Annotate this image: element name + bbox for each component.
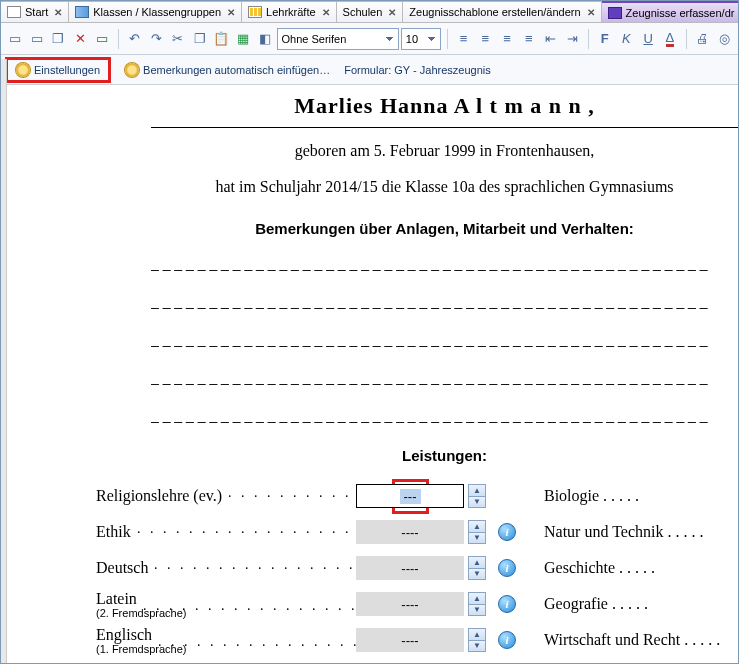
print-icon[interactable]: 🖨 (693, 28, 713, 50)
subject-name: Latein (96, 590, 137, 607)
spin-up-icon[interactable]: ▲ (469, 593, 485, 604)
bold-icon[interactable]: F (595, 28, 615, 50)
spin-up-icon[interactable]: ▲ (469, 557, 485, 568)
paste-icon[interactable]: 📋 (211, 28, 231, 50)
open-icon[interactable]: ▭ (27, 28, 47, 50)
tab[interactable]: Lehrkräfte✕ (242, 1, 337, 22)
grade-spinner[interactable]: ▲▼ (468, 628, 486, 652)
subject-right: Geschichte . . . . . (544, 559, 738, 577)
grade-spinner[interactable]: ▲▼ (468, 592, 486, 616)
redo-icon[interactable]: ↷ (146, 28, 166, 50)
spin-down-icon[interactable]: ▼ (469, 532, 485, 544)
dash-row: _ _ _ _ _ _ _ _ _ _ _ _ _ _ _ _ _ _ _ _ … (151, 369, 738, 385)
subject-name: Englisch (96, 626, 152, 643)
close-icon[interactable]: ✕ (54, 7, 62, 18)
undo-icon[interactable]: ↶ (124, 28, 144, 50)
close-icon[interactable]: ✕ (227, 7, 235, 18)
grade-spinner[interactable]: ▲▼ (468, 484, 486, 508)
copy-page-icon[interactable]: ❐ (48, 28, 68, 50)
tab[interactable]: Zeugnisse erfassen/dr✕ (602, 1, 738, 22)
info-icon[interactable]: i (498, 523, 516, 541)
tab-label: Klassen / Klassengruppen (93, 6, 221, 18)
font-size-select[interactable]: 10 (401, 28, 441, 50)
einstellungen-label: Einstellungen (34, 64, 100, 76)
spin-down-icon[interactable]: ▼ (469, 640, 485, 652)
schoolyear-line: hat im Schuljahr 2014/15 die Klasse 10a … (151, 178, 738, 196)
tab-label: Zeugnisse erfassen/dr (626, 7, 735, 19)
grade-cell[interactable]: ---- (356, 556, 464, 580)
tab[interactable]: Start✕ (1, 1, 69, 22)
spin-down-icon[interactable]: ▼ (469, 604, 485, 616)
grade-spinner[interactable]: ▲▼ (468, 520, 486, 544)
copy-icon[interactable]: ❐ (190, 28, 210, 50)
dash-row: _ _ _ _ _ _ _ _ _ _ _ _ _ _ _ _ _ _ _ _ … (151, 407, 738, 423)
subject-name: Religionslehre (ev.) (96, 487, 222, 504)
delete-icon[interactable]: ✕ (70, 28, 90, 50)
left-gutter (1, 59, 7, 663)
close-icon[interactable]: ✕ (388, 7, 396, 18)
tab-label: Schulen (343, 6, 383, 18)
save-icon[interactable]: ▭ (92, 28, 112, 50)
grade-cell[interactable]: ---- (356, 592, 464, 616)
spin-up-icon[interactable]: ▲ (469, 521, 485, 532)
einstellungen-button[interactable]: Einstellungen (10, 61, 106, 79)
tab[interactable]: Klassen / Klassengruppen✕ (69, 1, 242, 22)
tab-label: Zeugnisschablone erstellen/ändern (409, 6, 580, 18)
grade-row: Religionslehre (ev.). . . . . . . . . . … (96, 478, 738, 514)
leader-dots: . . . . . . . . . . . (228, 485, 365, 501)
bemerkungen-label: Bemerkungen automatisch einfügen… (143, 64, 330, 76)
indent-right-icon[interactable]: ⇥ (562, 28, 582, 50)
tab[interactable]: Zeugnisschablone erstellen/ändern✕ (403, 1, 601, 22)
grade-cell[interactable]: ---- (356, 628, 464, 652)
anchor-icon[interactable]: ◧ (255, 28, 275, 50)
preview-icon[interactable]: ◎ (714, 28, 734, 50)
subject-right: Geografie . . . . . (544, 595, 738, 613)
leader-dots: . . . . . (599, 487, 639, 504)
separator (447, 29, 448, 49)
tab-icon (7, 6, 21, 18)
spin-down-icon[interactable]: ▼ (469, 568, 485, 580)
underline-icon[interactable]: U (638, 28, 658, 50)
align-justify-icon[interactable]: ≡ (519, 28, 539, 50)
subject-name: Geschichte (544, 559, 615, 576)
info-icon[interactable]: i (498, 559, 516, 577)
tab-strip: Start✕Klassen / Klassengruppen✕Lehrkräft… (1, 1, 738, 23)
grade-spinner[interactable]: ▲▼ (468, 556, 486, 580)
info-icon[interactable]: i (498, 631, 516, 649)
highlight-einstellungen: Einstellungen (5, 57, 111, 83)
formular-label: Formular: GY - Jahreszeugnis (344, 64, 491, 76)
grade-value: ---- (401, 633, 418, 648)
align-center-icon[interactable]: ≡ (475, 28, 495, 50)
page: Marlies Hanna A l t m a n n , geboren am… (151, 93, 738, 663)
new-icon[interactable]: ▭ (5, 28, 25, 50)
align-right-icon[interactable]: ≡ (497, 28, 517, 50)
grade-cell[interactable]: ---- (356, 520, 464, 544)
grid-icon[interactable]: ▦ (233, 28, 253, 50)
main-toolbar: ▭ ▭ ❐ ✕ ▭ ↶ ↷ ✂ ❐ 📋 ▦ ◧ Ohne Serifen 10 … (1, 23, 738, 55)
leader-dots: . . . . . (615, 559, 655, 576)
spin-down-icon[interactable]: ▼ (469, 496, 485, 508)
close-icon[interactable]: ✕ (587, 7, 595, 18)
grade-value: ---- (401, 561, 418, 576)
app-window: Start✕Klassen / Klassengruppen✕Lehrkräft… (0, 0, 739, 664)
tab-label: Start (25, 6, 48, 18)
align-left-icon[interactable]: ≡ (454, 28, 474, 50)
spin-up-icon[interactable]: ▲ (469, 485, 485, 496)
gear-icon (125, 63, 139, 77)
tab[interactable]: Schulen✕ (337, 1, 404, 22)
cut-icon[interactable]: ✂ (168, 28, 188, 50)
spin-up-icon[interactable]: ▲ (469, 629, 485, 640)
font-family-select[interactable]: Ohne Serifen (277, 28, 399, 50)
leistungen-heading: Leistungen: (151, 447, 738, 464)
font-color-icon[interactable]: Δ (660, 28, 680, 50)
italic-icon[interactable]: K (617, 28, 637, 50)
bemerkungen-button[interactable]: Bemerkungen automatisch einfügen… (119, 61, 336, 79)
close-icon[interactable]: ✕ (322, 7, 330, 18)
grade-cell[interactable]: --- (356, 484, 464, 508)
leader-dots: . . . . . . . . . . . . . . . . . . . (137, 521, 378, 537)
student-name: Marlies Hanna A l t m a n n , (151, 93, 738, 119)
info-icon[interactable]: i (498, 595, 516, 613)
subject-name: Wirtschaft und Recht (544, 631, 680, 648)
born-line: geboren am 5. Februar 1999 in Frontenhau… (151, 142, 738, 160)
indent-left-icon[interactable]: ⇤ (541, 28, 561, 50)
